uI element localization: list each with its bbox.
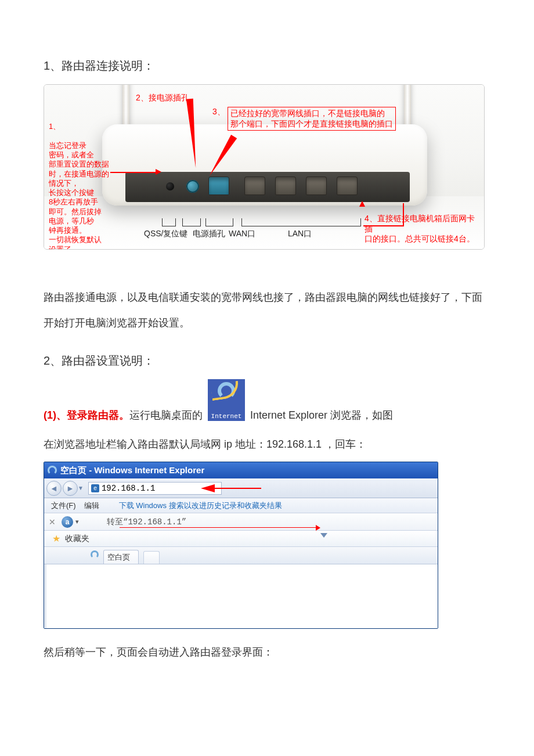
tab-favicon-icon: [91, 550, 99, 559]
ie-screenshot: 空白页 - Windows Internet Explorer ◄ ► ▼ e …: [44, 462, 438, 629]
arrow-to-reset-line: [110, 172, 157, 173]
close-icon[interactable]: ✕: [48, 517, 57, 527]
ie-desktop-icon: Internet Explorer: [208, 379, 245, 421]
new-tab-button[interactable]: [143, 551, 160, 564]
menu-file[interactable]: 文件(F): [51, 501, 76, 511]
anno-3: 3、 已经拉好的宽带网线插口，不是链接电脑的 那个端口，下面四个才是直接链接电脑…: [212, 107, 396, 131]
ie-content-area: [44, 564, 438, 628]
tab-blank-page[interactable]: 空白页: [103, 550, 139, 564]
step-2-mid: 运行电脑桌面的: [129, 409, 203, 421]
anno-2: 2、接电源插孔: [136, 93, 189, 103]
lan-port-3: [306, 177, 327, 195]
paragraph-after-router: 路由器接通电源，以及电信联通安装的宽带网线也接了，路由器跟电脑的网线也链接好了，…: [44, 285, 490, 336]
ie-titlebar: 空白页 - Windows Internet Explorer: [44, 462, 438, 478]
search-provider-dropdown-icon[interactable]: ▾: [75, 518, 79, 525]
forward-button[interactable]: ►: [63, 481, 78, 496]
ie-favorites-bar: ★ 收藏夹: [44, 531, 438, 547]
search-provider-icon[interactable]: a: [62, 516, 73, 528]
label-lan: LAN口: [288, 229, 312, 239]
arrow-to-lan-head: [359, 201, 365, 207]
lan-port-1: [244, 177, 265, 195]
lan-port-4: [337, 177, 358, 195]
label-wan: WAN口: [229, 229, 255, 239]
router-photo: QSS/复位键 电源插孔 WAN口 LAN口 1、 当忘记登录 密码，或者全 部…: [44, 84, 485, 250]
bracket-wan: [205, 218, 233, 226]
anno-1: 1、 当忘记登录 密码，或者全 部重置设置的数据 时，在接通电源的 情况下， 长…: [49, 113, 113, 250]
section-1-title: 1、路由器连接说明：: [44, 58, 490, 74]
step-2-label: 登录路由器。: [67, 409, 129, 421]
star-icon[interactable]: ★: [52, 533, 60, 544]
bracket-lan: [241, 218, 361, 226]
power-jack: [186, 180, 199, 193]
paragraph-after-ie: 然后稍等一下，页面会自动进入路由器登录界面：: [44, 645, 490, 659]
bracket-power: [182, 218, 201, 226]
step-2-after-icon: Internet Explorer 浏览器，如图: [250, 409, 393, 421]
red-arrow-to-address: [201, 484, 215, 492]
ie-window-title: 空白页 - Windows Internet Explorer: [60, 465, 204, 476]
arrow-to-reset-head: [156, 169, 161, 175]
anno-1-text: 当忘记登录 密码，或者全 部重置设置的数据 时，在接通电源的 情况下， 长按这个…: [49, 141, 109, 250]
arrow-to-lan-line: [363, 203, 404, 226]
goto-suffix: ”: [182, 517, 186, 527]
ie-logo-icon: [48, 466, 57, 475]
label-qss: QSS/复位键: [144, 229, 187, 239]
ie-menubar: 文件(F) 编辑 下载 Windows 搜索以改进历史记录和收藏夹结果: [44, 498, 438, 513]
section-2-title: 2、路由器设置说明：: [44, 353, 490, 369]
dropdown-chevron-icon[interactable]: [320, 533, 327, 538]
lan-port-2: [275, 177, 296, 195]
label-power: 电源插孔: [193, 229, 225, 239]
step-2-num: (1)、: [44, 409, 67, 421]
ie-tab-bar: 空白页: [44, 547, 438, 564]
goto-prefix: 转至“: [107, 517, 128, 527]
reset-button: [166, 182, 174, 190]
anno-3-text: 已经拉好的宽带网线插口，不是链接电脑的 那个端口，下面四个才是直接链接电脑的插口: [228, 107, 396, 131]
search-hint: 下载 Windows 搜索以改进历史记录和收藏夹结果: [119, 501, 282, 511]
step-2-line-1: (1)、登录路由器。运行电脑桌面的 Internet Explorer Inte…: [44, 379, 490, 428]
favorites-label[interactable]: 收藏夹: [65, 534, 89, 544]
menu-edit[interactable]: 编辑: [84, 501, 99, 511]
ie-toolbar-2: ✕ a ▾ 转至“192.168.1.1”: [44, 513, 438, 531]
ie-toolbar: ◄ ► ▼ e: [44, 478, 438, 498]
wan-port: [208, 177, 229, 195]
nav-dropdown-icon[interactable]: ▼: [78, 485, 84, 491]
ie-icon-swoosh: [210, 381, 240, 401]
step-2-line-2: 在浏览器地址栏输入路由器默认局域网 ip 地址：192.168.1.1 ，回车：: [44, 431, 490, 457]
favicon-icon: e: [91, 484, 99, 492]
goto-suggestion[interactable]: 转至“192.168.1.1”: [107, 517, 186, 527]
address-input[interactable]: [102, 484, 206, 493]
back-button[interactable]: ◄: [46, 481, 62, 496]
ie-icon-text-2: Explorer: [208, 411, 245, 437]
red-arrow-to-suggestion: [120, 527, 317, 528]
anno-1-num: 1、: [49, 122, 60, 131]
bracket-qss: [162, 218, 176, 226]
anno-3-num: 3、: [212, 107, 225, 116]
goto-value: 192.168.1.1: [128, 517, 181, 527]
